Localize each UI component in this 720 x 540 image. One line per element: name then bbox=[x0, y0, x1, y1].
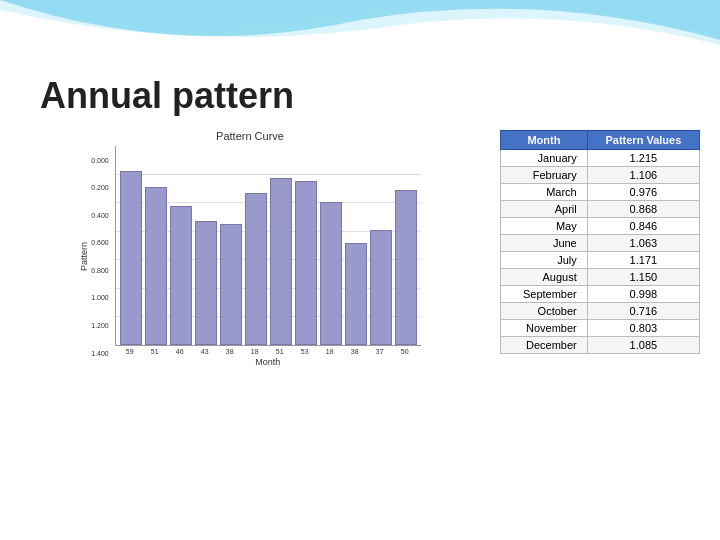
month-cell: February bbox=[501, 167, 588, 184]
chart-title: Pattern Curve bbox=[216, 130, 284, 142]
chart-bar bbox=[120, 171, 142, 345]
y-tick-label: 1.200 bbox=[91, 322, 109, 329]
y-axis-ticks: 1.4001.2001.0000.8000.6000.4000.2000.000 bbox=[91, 157, 111, 357]
page-title: Annual pattern bbox=[40, 75, 294, 117]
col1-header: Month bbox=[501, 131, 588, 150]
x-tick-label: 38 bbox=[344, 348, 366, 355]
table-row: June1.063 bbox=[501, 235, 700, 252]
table-row: May0.846 bbox=[501, 218, 700, 235]
chart-bar bbox=[395, 190, 417, 345]
chart-bar bbox=[145, 187, 167, 345]
value-cell: 1.085 bbox=[587, 337, 699, 354]
y-tick-label: 0.200 bbox=[91, 184, 109, 191]
chart-bar bbox=[170, 206, 192, 345]
x-tick-label: 46 bbox=[169, 348, 191, 355]
chart-bar bbox=[345, 243, 367, 345]
table-row: November0.803 bbox=[501, 320, 700, 337]
y-tick-label: 0.600 bbox=[91, 239, 109, 246]
x-axis-labels: 595146433818515318383750 bbox=[115, 346, 421, 355]
chart-bar bbox=[270, 178, 292, 345]
table-row: August1.150 bbox=[501, 269, 700, 286]
value-cell: 0.868 bbox=[587, 201, 699, 218]
data-table: Month Pattern Values January1.215Februar… bbox=[500, 130, 700, 354]
month-cell: March bbox=[501, 184, 588, 201]
month-cell: October bbox=[501, 303, 588, 320]
x-tick-label: 53 bbox=[294, 348, 316, 355]
y-tick-label: 0.000 bbox=[91, 157, 109, 164]
table-row: January1.215 bbox=[501, 150, 700, 167]
value-cell: 1.215 bbox=[587, 150, 699, 167]
x-tick-label: 37 bbox=[369, 348, 391, 355]
value-cell: 0.846 bbox=[587, 218, 699, 235]
month-cell: December bbox=[501, 337, 588, 354]
x-tick-label: 18 bbox=[319, 348, 341, 355]
x-axis-title: Month bbox=[115, 357, 421, 367]
value-cell: 0.976 bbox=[587, 184, 699, 201]
y-tick-label: 0.800 bbox=[91, 267, 109, 274]
value-cell: 1.106 bbox=[587, 167, 699, 184]
chart-container: Pattern Curve Pattern 1.4001.2001.0000.8… bbox=[20, 130, 480, 367]
table-row: July1.171 bbox=[501, 252, 700, 269]
month-cell: January bbox=[501, 150, 588, 167]
month-cell: July bbox=[501, 252, 588, 269]
chart-bar bbox=[245, 193, 267, 345]
chart-bar bbox=[370, 230, 392, 345]
y-tick-label: 1.400 bbox=[91, 350, 109, 357]
chart-bar bbox=[220, 224, 242, 345]
x-tick-label: 50 bbox=[394, 348, 416, 355]
x-tick-label: 59 bbox=[119, 348, 141, 355]
table-row: October0.716 bbox=[501, 303, 700, 320]
month-cell: September bbox=[501, 286, 588, 303]
value-cell: 0.716 bbox=[587, 303, 699, 320]
table-row: September0.998 bbox=[501, 286, 700, 303]
col2-header: Pattern Values bbox=[587, 131, 699, 150]
bars-area bbox=[115, 146, 421, 346]
table-row: December1.085 bbox=[501, 337, 700, 354]
month-cell: May bbox=[501, 218, 588, 235]
table-container: Month Pattern Values January1.215Februar… bbox=[500, 130, 700, 354]
chart-wrapper: Pattern 1.4001.2001.0000.8000.6000.4000.… bbox=[79, 146, 421, 367]
chart-bar bbox=[195, 221, 217, 345]
chart-bar bbox=[295, 181, 317, 345]
wave-decoration bbox=[0, 0, 720, 70]
value-cell: 1.063 bbox=[587, 235, 699, 252]
y-axis-label: Pattern bbox=[79, 242, 89, 271]
value-cell: 0.803 bbox=[587, 320, 699, 337]
x-tick-label: 18 bbox=[244, 348, 266, 355]
x-tick-label: 43 bbox=[194, 348, 216, 355]
value-cell: 1.171 bbox=[587, 252, 699, 269]
x-tick-label: 38 bbox=[219, 348, 241, 355]
month-cell: November bbox=[501, 320, 588, 337]
table-row: March0.976 bbox=[501, 184, 700, 201]
month-cell: August bbox=[501, 269, 588, 286]
month-cell: April bbox=[501, 201, 588, 218]
content-area: Pattern Curve Pattern 1.4001.2001.0000.8… bbox=[20, 130, 700, 520]
table-row: February1.106 bbox=[501, 167, 700, 184]
value-cell: 1.150 bbox=[587, 269, 699, 286]
y-tick-label: 0.400 bbox=[91, 212, 109, 219]
chart-inner: 595146433818515318383750 Month bbox=[115, 146, 421, 367]
table-row: April0.868 bbox=[501, 201, 700, 218]
x-tick-label: 51 bbox=[144, 348, 166, 355]
value-cell: 0.998 bbox=[587, 286, 699, 303]
x-tick-label: 51 bbox=[269, 348, 291, 355]
chart-bar bbox=[320, 202, 342, 345]
month-cell: June bbox=[501, 235, 588, 252]
y-tick-label: 1.000 bbox=[91, 294, 109, 301]
